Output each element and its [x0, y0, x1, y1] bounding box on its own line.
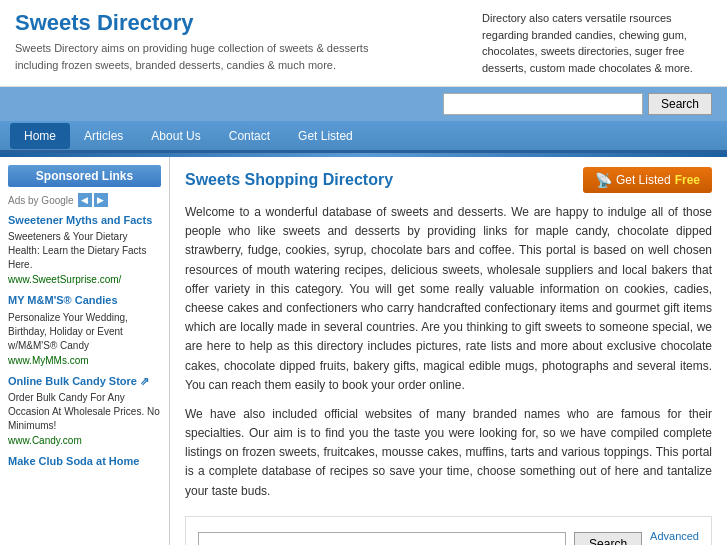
sidebar-ad-4: Make Club Soda at Home: [8, 454, 161, 469]
nav-item-contact[interactable]: Contact: [215, 123, 284, 149]
content-area: Sweets Shopping Directory 📡 Get Listed F…: [170, 157, 727, 545]
sidebar-ad-1-desc: Sweeteners & Your Dietary Health: Learn …: [8, 230, 161, 272]
nav-item-about[interactable]: About Us: [137, 123, 214, 149]
bottom-search-bar: Search AdvancedSearch: [185, 516, 712, 545]
sidebar-ad-1-title[interactable]: Sweetener Myths and Facts: [8, 213, 161, 228]
sidebar: Sponsored Links Ads by Google ◀ ▶ Sweete…: [0, 157, 170, 545]
sidebar-sponsored-title: Sponsored Links: [8, 165, 161, 187]
ads-label: Ads by Google: [8, 195, 74, 206]
sidebar-ad-3-title[interactable]: Online Bulk Candy Store ⇗: [8, 374, 161, 389]
content-body: Welcome to a wonderful database of sweet…: [185, 203, 712, 501]
get-listed-label: Get Listed: [616, 173, 671, 187]
navigation: Home Articles About Us Contact Get Liste…: [0, 121, 727, 153]
bottom-search-input[interactable]: [198, 532, 566, 545]
header-right-text: Directory also caters versatile rsources…: [482, 10, 712, 76]
nav-item-articles[interactable]: Articles: [70, 123, 137, 149]
sidebar-ad-3-url: www.Candy.com: [8, 435, 161, 446]
rss-icon: 📡: [595, 172, 612, 188]
header-left: Sweets Directory Sweets Directory aims o…: [15, 10, 375, 73]
header: Sweets Directory Sweets Directory aims o…: [0, 0, 727, 87]
sidebar-ad-3: Online Bulk Candy Store ⇗ Order Bulk Can…: [8, 374, 161, 446]
sidebar-ad-2: MY M&M'S® Candies Personalize Your Weddi…: [8, 293, 161, 365]
google-nav-arrows: ◀ ▶: [78, 193, 108, 207]
top-search-bar: Search: [0, 87, 727, 121]
sidebar-ad-2-url: www.MyMMs.com: [8, 355, 161, 366]
top-search-button[interactable]: Search: [648, 93, 712, 115]
top-search-input[interactable]: [443, 93, 643, 115]
content-header: Sweets Shopping Directory 📡 Get Listed F…: [185, 167, 712, 193]
content-title: Sweets Shopping Directory: [185, 171, 393, 189]
ads-by-google: Ads by Google ◀ ▶: [8, 193, 161, 207]
arrow-left[interactable]: ◀: [78, 193, 92, 207]
nav-item-home[interactable]: Home: [10, 123, 70, 149]
get-listed-button[interactable]: 📡 Get Listed Free: [583, 167, 712, 193]
bottom-search-button[interactable]: Search: [574, 532, 642, 545]
arrow-right[interactable]: ▶: [94, 193, 108, 207]
advanced-search-link[interactable]: AdvancedSearch: [650, 529, 699, 545]
sidebar-ad-1-url: www.SweetSurprise.com/: [8, 274, 161, 285]
body-paragraph-1: Welcome to a wonderful database of sweet…: [185, 203, 712, 395]
sidebar-ad-1: Sweetener Myths and Facts Sweeteners & Y…: [8, 213, 161, 285]
nav-item-get-listed[interactable]: Get Listed: [284, 123, 367, 149]
main-content: Sponsored Links Ads by Google ◀ ▶ Sweete…: [0, 157, 727, 545]
site-title: Sweets Directory: [15, 10, 375, 36]
sidebar-ad-4-title[interactable]: Make Club Soda at Home: [8, 454, 161, 469]
sidebar-ad-2-title[interactable]: MY M&M'S® Candies: [8, 293, 161, 308]
sidebar-ad-3-desc: Order Bulk Candy For Any Occasion At Who…: [8, 391, 161, 433]
body-paragraph-2: We have also included official websites …: [185, 405, 712, 501]
sidebar-ad-2-desc: Personalize Your Wedding, Birthday, Holi…: [8, 311, 161, 353]
site-description: Sweets Directory aims on providing huge …: [15, 40, 375, 73]
get-listed-free-label: Free: [675, 173, 700, 187]
